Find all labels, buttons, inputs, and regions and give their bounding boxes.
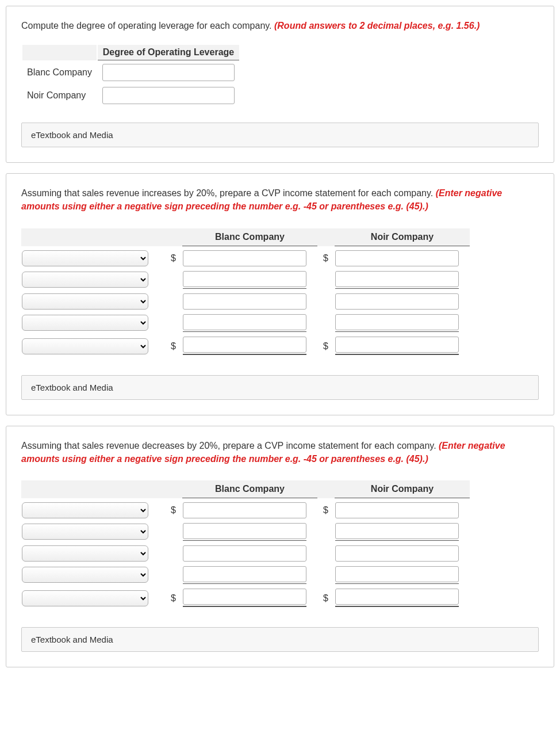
- prompt-dol-text: Compute the degree of operating leverage…: [21, 21, 274, 30]
- cvp-inc-blanc-3[interactable]: [183, 293, 306, 310]
- dol-table: Degree of Operating Leverage Blanc Compa…: [21, 44, 240, 108]
- etextbook-label-3: eTextbook and Media: [31, 635, 113, 644]
- panel-decrease: Assuming that sales revenue decreases by…: [6, 426, 554, 667]
- cvp-inc-select-2[interactable]: [22, 272, 148, 288]
- cvp-dec-blanc-3[interactable]: [183, 545, 306, 562]
- cvp-dec-select-5[interactable]: [22, 590, 148, 606]
- dollar-sign: $: [165, 336, 182, 357]
- cvp-inc-col-noir: Noir Company: [335, 228, 470, 246]
- panel-increase: Assuming that sales revenue increases by…: [6, 173, 554, 415]
- cvp-inc-noir-1[interactable]: [335, 250, 459, 266]
- prompt-decrease-text: Assuming that sales revenue decreases by…: [21, 441, 439, 450]
- cvp-dec-select-3[interactable]: [22, 545, 148, 562]
- dol-input-noir[interactable]: [102, 87, 235, 104]
- prompt-decrease: Assuming that sales revenue decreases by…: [21, 439, 539, 465]
- cvp-inc-noir-4[interactable]: [335, 314, 459, 330]
- cvp-dec-blanc-2[interactable]: [183, 523, 306, 539]
- dol-row-noir-label: Noir Company: [22, 85, 97, 106]
- cvp-dec-col-blanc: Blanc Company: [182, 480, 317, 498]
- etextbook-label-1: eTextbook and Media: [31, 130, 113, 140]
- prompt-dol-hint: (Round answers to 2 decimal places, e.g.…: [274, 21, 480, 30]
- cvp-inc-noir-5[interactable]: [335, 337, 459, 353]
- dol-header: Degree of Operating Leverage: [98, 45, 239, 60]
- cvp-table-decrease: Blanc Company Noir Company $ $: [21, 477, 470, 612]
- dollar-sign: $: [165, 502, 182, 519]
- dollar-sign: $: [317, 250, 335, 267]
- cvp-dec-noir-1[interactable]: [335, 502, 459, 518]
- dollar-sign: $: [317, 336, 335, 357]
- cvp-inc-select-5[interactable]: [22, 338, 148, 354]
- cvp-dec-noir-3[interactable]: [335, 545, 459, 562]
- cvp-dec-blanc-1[interactable]: [183, 502, 306, 518]
- cvp-inc-col-blanc: Blanc Company: [182, 228, 317, 246]
- prompt-increase: Assuming that sales revenue increases by…: [21, 186, 539, 213]
- cvp-inc-select-3[interactable]: [22, 293, 148, 310]
- cvp-dec-noir-4[interactable]: [335, 566, 459, 582]
- cvp-inc-select-4[interactable]: [22, 315, 148, 331]
- prompt-dol: Compute the degree of operating leverage…: [21, 19, 539, 32]
- dollar-sign: $: [165, 588, 182, 609]
- cvp-dec-select-2[interactable]: [22, 524, 148, 540]
- cvp-dec-noir-2[interactable]: [335, 523, 459, 539]
- cvp-inc-noir-2[interactable]: [335, 271, 459, 287]
- dollar-sign: $: [165, 250, 182, 267]
- cvp-inc-noir-3[interactable]: [335, 293, 459, 310]
- cvp-table-increase: Blanc Company Noir Company $ $: [21, 225, 470, 360]
- dollar-sign: $: [317, 502, 335, 519]
- cvp-inc-blanc-1[interactable]: [183, 250, 306, 266]
- prompt-increase-text: Assuming that sales revenue increases by…: [21, 188, 436, 198]
- dollar-sign: $: [317, 588, 335, 609]
- cvp-dec-select-1[interactable]: [22, 502, 148, 518]
- cvp-dec-col-noir: Noir Company: [335, 480, 470, 498]
- dol-input-blanc[interactable]: [102, 64, 235, 81]
- etextbook-button-3[interactable]: eTextbook and Media: [21, 627, 539, 652]
- cvp-dec-blanc-4[interactable]: [183, 566, 306, 582]
- cvp-inc-blanc-4[interactable]: [183, 314, 306, 330]
- cvp-dec-blanc-5[interactable]: [183, 589, 306, 605]
- etextbook-button-1[interactable]: eTextbook and Media: [21, 123, 539, 147]
- cvp-inc-blanc-2[interactable]: [183, 271, 306, 287]
- dol-row-blanc-label: Blanc Company: [22, 62, 97, 83]
- etextbook-button-2[interactable]: eTextbook and Media: [21, 375, 539, 400]
- cvp-inc-blanc-5[interactable]: [183, 337, 306, 353]
- cvp-inc-select-1[interactable]: [22, 250, 148, 266]
- cvp-dec-noir-5[interactable]: [335, 589, 459, 605]
- panel-dol: Compute the degree of operating leverage…: [6, 6, 554, 163]
- cvp-dec-select-4[interactable]: [22, 567, 148, 583]
- etextbook-label-2: eTextbook and Media: [31, 383, 113, 392]
